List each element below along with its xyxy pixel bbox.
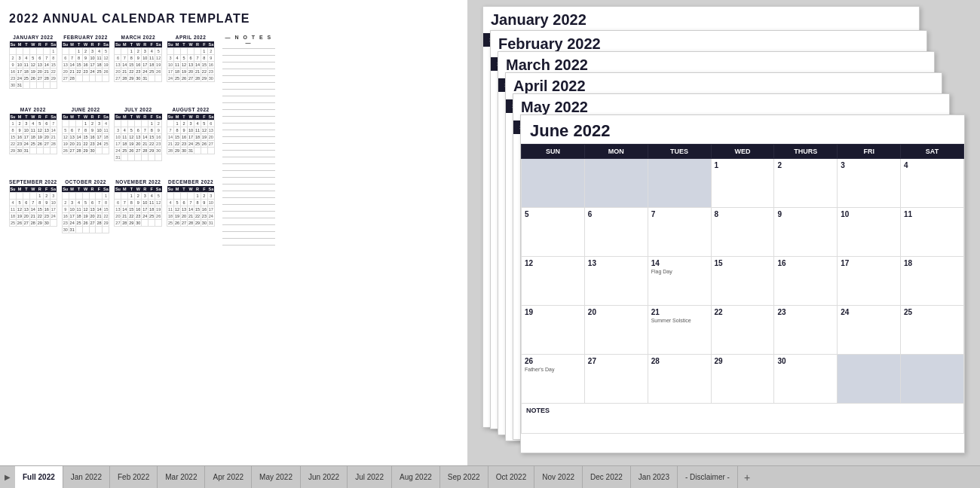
mini-month-january_2022: JANUARY 2022SuMTWRFSa1234567891011121314…: [9, 35, 57, 101]
tab-feb-2022[interactable]: Feb 2022: [110, 466, 158, 488]
mini-cal-day: 30: [201, 220, 207, 227]
mini-cal-day: 6: [188, 55, 194, 62]
mini-cal-day: 19: [174, 213, 181, 220]
tab-sep-2022[interactable]: Sep 2022: [440, 466, 488, 488]
mini-cal-day: 20: [135, 141, 142, 148]
mini-cal-day: 31: [207, 220, 214, 227]
mini-cal-header: Sa: [207, 114, 214, 120]
mini-cal-day: 1: [103, 193, 109, 200]
mini-cal-day: 10: [50, 200, 57, 206]
mini-cal-day: 11: [167, 206, 174, 213]
tab---disclaimer--[interactable]: - Disclaimer -: [678, 466, 738, 488]
mini-cal-day: 17: [89, 62, 96, 69]
notes-line: [222, 211, 275, 212]
june-cal-header: FRI: [838, 145, 901, 159]
mini-cal-header: Sa: [155, 41, 162, 48]
june-cal-header: SAT: [901, 145, 964, 159]
mini-cal-day: 1: [128, 48, 135, 55]
tab-dec-2022[interactable]: Dec 2022: [583, 466, 631, 488]
mini-cal-day: 14: [188, 206, 194, 213]
mini-cal-day: 17: [96, 134, 103, 141]
mini-cal-header: Su: [62, 114, 69, 120]
mini-cal-header: M: [174, 114, 181, 120]
tab-apr-2022[interactable]: Apr 2022: [205, 466, 252, 488]
mini-cal-day: 18: [121, 141, 128, 148]
tab-may-2022[interactable]: May 2022: [252, 466, 301, 488]
mini-cal-day: 16: [10, 69, 17, 75]
tab-jan-2023[interactable]: Jan 2023: [631, 466, 678, 488]
mini-cal-day: 11: [194, 127, 201, 134]
mini-cal-day: 8: [128, 55, 135, 62]
tab-add-button[interactable]: +: [738, 466, 756, 488]
mini-cal-day: 26: [174, 220, 181, 227]
tab-jan-2022[interactable]: Jan 2022: [63, 466, 110, 488]
mini-cal-day: 19: [155, 206, 162, 213]
mini-cal-day: [188, 48, 194, 55]
mini-cal-day: [29, 193, 36, 200]
mini-cal-header: M: [121, 41, 128, 48]
mini-cal-day: 29: [10, 148, 17, 154]
mini-cal-day: [62, 48, 69, 55]
mini-cal-day: 25: [29, 141, 36, 148]
tab-oct-2022[interactable]: Oct 2022: [488, 466, 535, 488]
mini-cal-day: 24: [16, 75, 23, 82]
tab-full-2022[interactable]: Full 2022: [15, 466, 63, 488]
tab-aug-2022[interactable]: Aug 2022: [392, 466, 440, 488]
mini-cal-day: 9: [155, 127, 162, 134]
mini-cal-day: 1: [10, 120, 17, 127]
mini-cal-day: [29, 82, 36, 89]
mini-cal-day: 7: [69, 55, 75, 62]
tab-nov-2022[interactable]: Nov 2022: [534, 466, 583, 488]
mini-cal-header: T: [75, 41, 82, 48]
mini-cal-header: F: [201, 186, 207, 193]
mini-cal-day: 23: [89, 141, 96, 148]
mini-cal-day: 24: [23, 141, 29, 148]
mini-cal-day: 18: [75, 213, 82, 220]
tab-jun-2022[interactable]: Jun 2022: [301, 466, 348, 488]
mini-month-november_2022: NOVEMBER 2022SuMTWRFSa123456789101112131…: [114, 179, 162, 246]
mini-cal-header: Sa: [50, 41, 57, 48]
mini-cal-header: Su: [10, 114, 17, 120]
mini-cal-header: W: [29, 114, 36, 120]
mini-cal-day: 24: [207, 213, 214, 220]
mini-cal-day: 18: [194, 134, 201, 141]
mini-cal-day: 25: [149, 69, 155, 75]
mini-cal-day: 3: [167, 55, 174, 62]
mini-cal-day: [75, 75, 82, 82]
main-area: 2022 ANNUAL CALENDAR TEMPLATE JANUARY 20…: [0, 0, 980, 465]
mini-cal-day: [142, 120, 149, 127]
mini-cal-header: F: [201, 114, 207, 120]
mini-cal-header: M: [16, 186, 23, 193]
mini-cal-day: [29, 148, 36, 154]
mini-cal-header: R: [89, 114, 96, 120]
mini-cal-day: [62, 193, 69, 200]
mini-cal-day: 26: [201, 141, 207, 148]
tab-play-button[interactable]: ▶: [5, 473, 11, 481]
mini-cal-day: 12: [36, 127, 43, 134]
mini-cal-day: 22: [128, 213, 135, 220]
mini-cal-header: M: [121, 186, 128, 193]
june-cal-day: 5: [522, 208, 585, 257]
mini-cal-header: T: [75, 114, 82, 120]
mini-cal-day: 7: [142, 127, 149, 134]
mini-cal-day: 15: [50, 62, 57, 69]
mini-cal-day: 25: [75, 220, 82, 227]
mini-cal-day: 2: [43, 193, 50, 200]
notes-line: [222, 170, 275, 171]
june-cal-day: 16: [774, 257, 838, 306]
mini-cal-day: 21: [96, 213, 103, 220]
annual-title: 2022 ANNUAL CALENDAR TEMPLATE: [9, 12, 458, 26]
tab-mar-2022[interactable]: Mar 2022: [158, 466, 205, 488]
mini-cal-day: 15: [201, 62, 207, 69]
mini-cal-day: 4: [167, 200, 174, 206]
mini-cal-header: F: [149, 41, 155, 48]
mini-cal-header: W: [29, 186, 36, 193]
tab-jul-2022[interactable]: Jul 2022: [348, 466, 392, 488]
mini-cal-day: 10: [207, 200, 214, 206]
mini-cal-day: 6: [207, 120, 214, 127]
mini-cal-day: 23: [135, 213, 142, 220]
june-cal-day: 19: [522, 306, 585, 355]
mini-cal-day: 1: [201, 48, 207, 55]
mini-cal-header: F: [149, 114, 155, 120]
mini-cal-day: 8: [82, 127, 89, 134]
